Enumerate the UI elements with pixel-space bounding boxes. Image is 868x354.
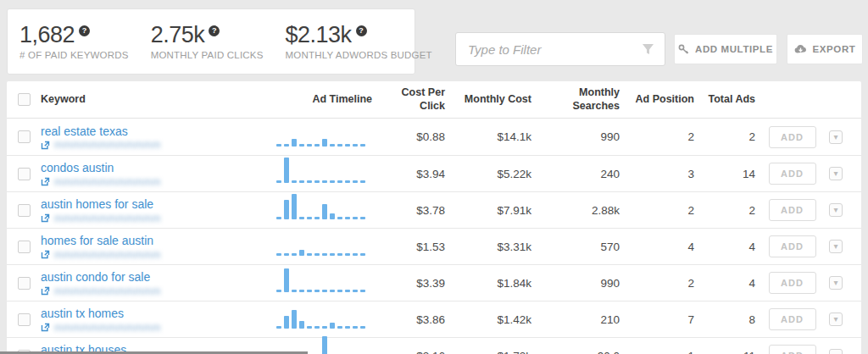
- funnel-icon[interactable]: [642, 43, 654, 56]
- timeline-dash: [276, 253, 281, 256]
- total-ads-value: 2: [694, 204, 755, 217]
- timeline-dash: [337, 217, 342, 219]
- add-keyword-button[interactable]: ADD: [769, 272, 816, 294]
- timeline-dash: [322, 253, 327, 256]
- timeline-dash: [330, 253, 335, 256]
- add-keyword-button[interactable]: ADD: [769, 345, 816, 354]
- timeline-dash: [284, 253, 289, 256]
- external-link-icon[interactable]: [41, 213, 50, 223]
- keyword-link[interactable]: homes for sale austin: [41, 234, 270, 247]
- add-keyword-button[interactable]: ADD: [769, 126, 816, 148]
- timeline-bar: [292, 139, 297, 147]
- row-options-caret-icon[interactable]: [829, 130, 843, 144]
- keyword-link[interactable]: austin condo for sale: [41, 270, 270, 284]
- help-icon[interactable]: [79, 25, 90, 36]
- timeline-bar: [322, 336, 327, 354]
- timeline-bar: [284, 316, 289, 329]
- export-label: EXPORT: [813, 44, 856, 54]
- timeline-dash: [353, 180, 358, 183]
- timeline-dash: [307, 217, 312, 219]
- monthly-cost-value: $1.42k: [445, 313, 531, 326]
- ad-timeline-sparkline: [270, 122, 377, 152]
- timeline-bar: [322, 139, 327, 147]
- external-link-icon[interactable]: [41, 177, 50, 186]
- column-header-monthly-cost[interactable]: Monthly Cost: [445, 93, 531, 107]
- keyword-link[interactable]: austin homes for sale: [41, 197, 270, 211]
- timeline-bar: [292, 310, 297, 329]
- paid-keywords-label: # OF PAID KEYWORDS: [19, 50, 129, 60]
- filter-input[interactable]: [456, 33, 665, 65]
- column-header-keyword[interactable]: Keyword: [41, 93, 270, 107]
- masked-domain-text: mmmmmmmmmmmm: [54, 176, 161, 188]
- column-header-cost-per-click[interactable]: Cost Per Click: [377, 86, 445, 113]
- timeline-dash: [276, 144, 281, 147]
- table-row: real estate texas mmmmmmmmmmmm $0.88 $14…: [7, 119, 861, 155]
- timeline-dash: [353, 326, 358, 329]
- timeline-dash: [360, 144, 365, 147]
- timeline-dash: [299, 217, 304, 219]
- ad-position-value: 2: [620, 204, 694, 217]
- select-all-checkbox[interactable]: [18, 93, 31, 106]
- help-icon[interactable]: [209, 25, 220, 36]
- row-options-caret-icon[interactable]: [829, 167, 843, 180]
- external-link-icon[interactable]: [41, 250, 50, 259]
- row-options-caret-icon[interactable]: [829, 276, 843, 290]
- external-link-icon[interactable]: [41, 286, 50, 296]
- keyword-link[interactable]: condos austin: [41, 161, 270, 174]
- help-icon[interactable]: [356, 25, 367, 36]
- column-header-total-ads[interactable]: Total Ads: [694, 93, 755, 107]
- monthly-cost-value: $5.22k: [445, 168, 531, 180]
- add-keyword-button[interactable]: ADD: [769, 163, 816, 185]
- row-checkbox[interactable]: [18, 277, 31, 290]
- monthly-clicks-label: MONTHLY PAID CLICKS: [151, 50, 264, 60]
- row-checkbox[interactable]: [18, 168, 31, 180]
- row-checkbox[interactable]: [18, 313, 31, 326]
- timeline-bar: [284, 158, 289, 183]
- monthly-searches-value: 570: [531, 241, 620, 253]
- row-options-caret-icon[interactable]: [829, 349, 843, 354]
- external-link-icon[interactable]: [41, 141, 50, 150]
- add-keyword-button[interactable]: ADD: [769, 235, 816, 257]
- row-options-caret-icon[interactable]: [829, 203, 843, 217]
- keywords-table: Keyword Ad Timeline Cost Per Click Month…: [7, 81, 861, 354]
- add-multiple-button[interactable]: ADD MULTIPLE: [674, 34, 777, 64]
- timeline-dash: [353, 253, 358, 256]
- timeline-dash: [314, 290, 320, 292]
- row-checkbox[interactable]: [18, 130, 31, 143]
- timeline-dash: [360, 290, 365, 292]
- ad-position-value: 2: [620, 277, 694, 290]
- cost-per-click-value: $3.16: [377, 350, 445, 354]
- timeline-dash: [276, 217, 281, 219]
- keyword-link[interactable]: austin tx homes: [41, 307, 270, 320]
- timeline-dash: [314, 180, 320, 183]
- timeline-bar: [299, 250, 304, 256]
- export-button[interactable]: EXPORT: [787, 34, 863, 64]
- monthly-clicks-value: 2.75k: [151, 23, 205, 47]
- timeline-dash: [360, 326, 365, 329]
- timeline-dash: [292, 253, 297, 256]
- timeline-bar: [284, 268, 289, 292]
- ad-timeline-sparkline: [270, 231, 377, 262]
- keyword-link[interactable]: real estate texas: [41, 124, 270, 138]
- row-checkbox[interactable]: [18, 241, 31, 253]
- cost-per-click-value: $3.94: [377, 168, 445, 180]
- column-header-monthly-searches[interactable]: Monthly Searches: [531, 86, 620, 113]
- monthly-cost-value: $1.84k: [445, 277, 531, 290]
- summary-stats-card: 1,682 # OF PAID KEYWORDS 2.75k MONTHLY P…: [7, 8, 415, 75]
- external-link-icon[interactable]: [41, 323, 50, 332]
- stat-adwords-budget: $2.13k MONTHLY ADWORDS BUDGET: [286, 23, 432, 60]
- add-keyword-button[interactable]: ADD: [769, 199, 816, 221]
- masked-domain-text: mmmmmmmmmmmm: [54, 285, 161, 297]
- timeline-dash: [353, 217, 358, 219]
- column-header-ad-position[interactable]: Ad Position: [620, 93, 694, 107]
- timeline-bar: [292, 194, 297, 219]
- row-checkbox[interactable]: [18, 204, 31, 217]
- timeline-dash: [337, 144, 342, 147]
- row-options-caret-icon[interactable]: [829, 313, 843, 326]
- monthly-searches-value: 90.0: [531, 350, 620, 354]
- ad-position-value: 4: [620, 241, 694, 253]
- row-options-caret-icon[interactable]: [829, 240, 843, 253]
- column-header-ad-timeline[interactable]: Ad Timeline: [270, 93, 377, 107]
- add-keyword-button[interactable]: ADD: [769, 308, 816, 330]
- monthly-cost-value: $14.1k: [445, 130, 531, 143]
